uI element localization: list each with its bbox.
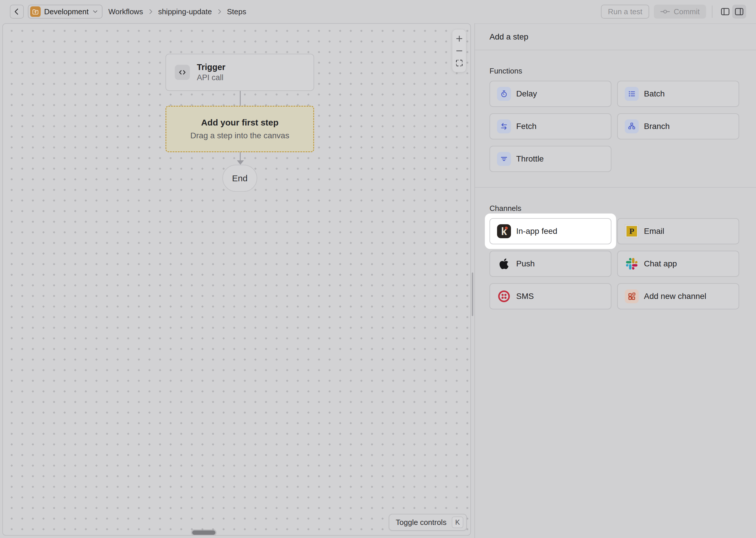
keyboard-shortcut-badge: K [452, 516, 463, 528]
horizontal-scrollbar-thumb[interactable] [192, 530, 215, 535]
zoom-out-button[interactable] [454, 46, 464, 56]
vertical-scrollbar-thumb[interactable] [472, 273, 473, 316]
panel-header: Add a step [475, 24, 756, 50]
workflow-builder-app: Development Workflows shipping-update St… [0, 0, 756, 538]
panel-body: Functions Delay Batch [475, 67, 756, 309]
breadcrumb-separator-icon [148, 8, 154, 15]
channels-section-label: Channels [490, 204, 739, 213]
functions-grid: Delay Batch Fetch [490, 81, 739, 172]
trigger-subtitle: API call [197, 73, 225, 83]
topbar-divider [712, 6, 712, 18]
step-card-push[interactable]: Push [490, 251, 611, 277]
minus-icon [455, 47, 463, 55]
breadcrumb: Workflows shipping-update Steps [108, 7, 246, 16]
top-bar: Development Workflows shipping-update St… [0, 0, 756, 23]
step-card-sms[interactable]: SMS [490, 283, 611, 309]
chevron-left-icon [13, 8, 21, 15]
step-card-add-new-channel[interactable]: Add new channel [617, 283, 739, 309]
section-divider [475, 187, 756, 188]
list-icon [625, 87, 639, 101]
breadcrumb-workflows[interactable]: Workflows [108, 7, 143, 16]
edge-arrowhead [237, 160, 244, 165]
fit-view-button[interactable] [454, 58, 464, 68]
first-step-dropzone[interactable]: Add your first step Drag a step into the… [165, 106, 314, 152]
functions-section-label: Functions [490, 67, 739, 76]
knock-logo-icon: k [497, 224, 511, 238]
step-card-batch[interactable]: Batch [617, 81, 739, 107]
edge-trigger-to-dropzone [240, 91, 241, 106]
panel-left-icon [720, 7, 730, 17]
tree-icon [625, 119, 639, 133]
commit-icon [660, 8, 670, 15]
plus-icon [455, 34, 463, 43]
add-step-panel: Add a step Functions Delay Batch [474, 23, 756, 538]
environment-label: Development [44, 7, 89, 16]
environment-selector[interactable]: Development [28, 5, 103, 19]
environment-folder-icon [30, 6, 41, 17]
panel-right-icon [734, 7, 744, 17]
end-node: End [222, 165, 257, 192]
filter-lines-icon [497, 152, 511, 166]
toggle-right-panel-button[interactable] [732, 5, 746, 19]
canvas-zoom-controls [452, 29, 466, 72]
zoom-in-button[interactable] [454, 33, 464, 44]
add-channel-icon [625, 289, 639, 303]
toggle-controls-label: Toggle controls [396, 518, 447, 527]
edge-dropzone-to-end [240, 152, 241, 161]
panel-title: Add a step [490, 32, 528, 41]
step-card-fetch[interactable]: Fetch [490, 113, 611, 139]
chevron-down-icon [92, 8, 98, 15]
trigger-node[interactable]: Trigger API call [165, 54, 314, 91]
breadcrumb-steps: Steps [227, 7, 247, 16]
code-icon [175, 65, 190, 80]
breadcrumb-separator-icon [216, 8, 222, 15]
step-card-email[interactable]: P Email [617, 218, 739, 244]
apple-logo-icon [497, 257, 511, 271]
run-a-test-button[interactable]: Run a test [601, 5, 649, 19]
step-card-in-app-feed[interactable]: k In-app feed [490, 218, 611, 244]
trigger-title: Trigger [197, 62, 225, 72]
channels-grid: k In-app feed P Email Push [490, 218, 739, 309]
dropzone-subtitle: Drag a step into the canvas [190, 131, 289, 140]
workflow-canvas[interactable]: Trigger API call Add your first step Dra… [2, 23, 471, 536]
step-card-chat-app[interactable]: Chat app [617, 251, 739, 277]
fullscreen-corners-icon [455, 59, 463, 67]
step-card-delay[interactable]: Delay [490, 81, 611, 107]
commit-button[interactable]: Commit [654, 5, 706, 19]
toggle-controls-button[interactable]: Toggle controls K [389, 514, 467, 531]
stopwatch-icon [497, 87, 511, 101]
step-card-branch[interactable]: Branch [617, 113, 739, 139]
twilio-logo-icon [497, 289, 511, 303]
slack-logo-icon [625, 257, 639, 271]
dropzone-title: Add your first step [201, 118, 279, 128]
postmark-stamp-icon: P [625, 224, 639, 238]
toggle-left-panel-button[interactable] [718, 5, 732, 19]
back-button[interactable] [10, 5, 24, 19]
breadcrumb-workflow-name[interactable]: shipping-update [158, 7, 212, 16]
step-card-throttle[interactable]: Throttle [490, 146, 611, 172]
spotlight-highlight: k In-app feed [485, 214, 616, 249]
swap-arrows-icon [497, 119, 511, 133]
